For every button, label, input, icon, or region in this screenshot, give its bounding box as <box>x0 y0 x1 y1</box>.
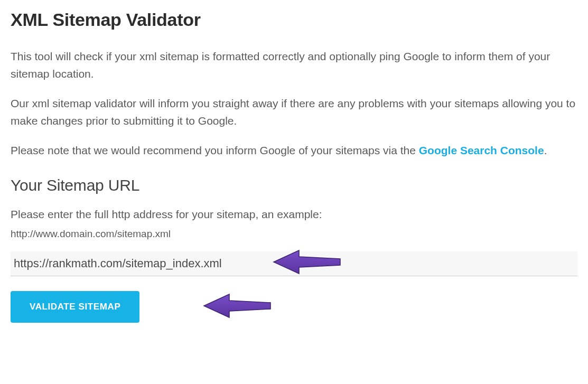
instruction-text: Please enter the full http address for y… <box>11 206 577 223</box>
example-url-text: http://www.domain.com/sitemap.xml <box>11 228 577 240</box>
sitemap-input-row <box>11 251 577 276</box>
validate-sitemap-button[interactable]: VALIDATE SITEMAP <box>11 291 139 323</box>
section-title-sitemap-url: Your Sitemap URL <box>11 176 577 194</box>
intro-paragraph-3: Please note that we would recommend you … <box>11 142 577 160</box>
page-title: XML Sitemap Validator <box>11 10 577 30</box>
intro3-prefix: Please note that we would recommend you … <box>11 144 419 156</box>
intro-paragraph-1: This tool will check if your xml sitemap… <box>11 48 577 82</box>
google-search-console-link[interactable]: Google Search Console <box>419 144 544 156</box>
intro-paragraph-2: Our xml sitemap validator will inform yo… <box>11 95 577 129</box>
sitemap-url-input[interactable] <box>11 251 577 276</box>
intro3-suffix: . <box>544 144 547 156</box>
arrow-left-icon <box>201 292 275 322</box>
button-row: VALIDATE SITEMAP <box>11 291 577 323</box>
